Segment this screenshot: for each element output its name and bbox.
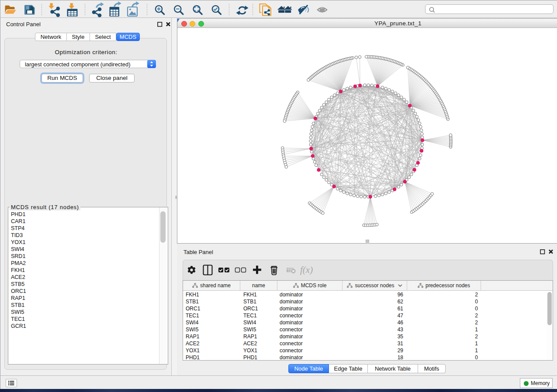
svg-text:f(x): f(x)	[300, 265, 313, 275]
